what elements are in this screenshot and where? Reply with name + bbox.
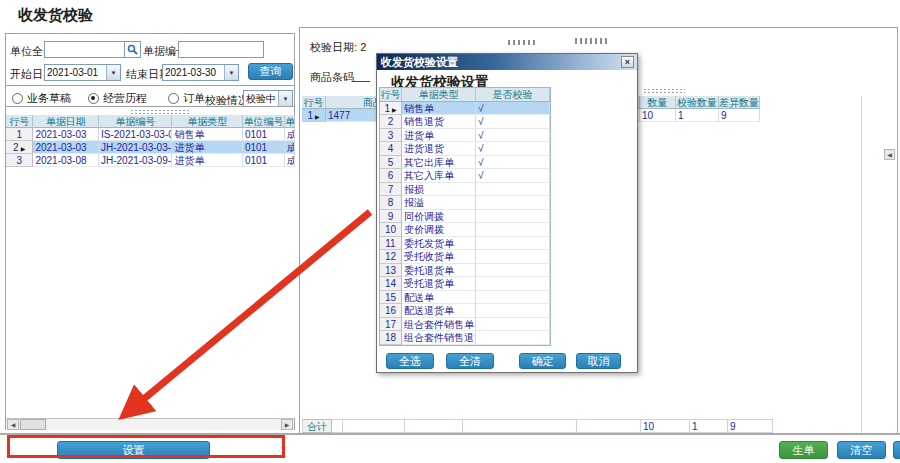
column-grip — [643, 88, 685, 93]
dialog-titlebar[interactable]: 收发货校验设置 × — [377, 54, 637, 70]
totals-row: 合计 10 1 9 — [302, 419, 773, 433]
scroll-left-button[interactable]: ◀ — [7, 419, 19, 430]
check-icon: √ — [478, 116, 484, 127]
row-marker-icon: ▶ — [392, 107, 397, 113]
doc-type-row[interactable]: 2 销售退货 √ — [380, 115, 550, 129]
annotation-box — [7, 435, 285, 458]
barcode-label: 商品条码 — [310, 70, 354, 85]
doc-type-row[interactable]: 12 受托收货单 — [380, 250, 550, 264]
chevron-down-icon[interactable]: ▼ — [278, 91, 292, 106]
column-grip — [130, 109, 190, 114]
col-unit-name[interactable]: 单 — [285, 115, 295, 128]
radio-selected-icon — [88, 93, 99, 104]
chevron-down-icon[interactable]: ▼ — [224, 65, 238, 80]
total-qty: 10 — [641, 419, 690, 433]
col-diff-qty[interactable]: 差异数量 — [719, 96, 760, 109]
total-checked-qty: 1 — [690, 419, 728, 433]
doc-type-row[interactable]: 6 其它入库单 √ — [380, 169, 550, 183]
scrollbar-thumb[interactable] — [20, 419, 46, 430]
radio-icon — [168, 93, 179, 104]
check-icon: √ — [478, 157, 484, 168]
col-doc-type[interactable]: 单据类型 — [402, 88, 476, 102]
app-window: 收发货校验 单位全名 单据编号 开始日期 2021-03-01 ▼ 结束日期 2… — [0, 0, 900, 463]
doc-type-row[interactable]: 16 配送退货单 — [380, 304, 550, 318]
clipped-text-fragment — [575, 38, 609, 44]
check-date-text: 校验日期: 2 — [310, 40, 366, 55]
doc-type-row[interactable]: 7 报损 — [380, 183, 550, 197]
clear-button[interactable]: 清空 — [837, 441, 886, 459]
divider — [5, 85, 295, 86]
cancel-button[interactable]: 取消 — [576, 353, 621, 369]
row-marker-icon: ▶ — [21, 146, 26, 152]
unit-name-input[interactable] — [44, 41, 126, 58]
page-title: 收发货校验 — [18, 6, 93, 25]
col-doc-no[interactable]: 单据编号 — [99, 115, 172, 128]
doc-type-row[interactable]: 11 委托发货单 — [380, 237, 550, 251]
table-row[interactable]: 2▶ 2021-03-03 JH-2021-03-03-00 进货单 0101 … — [6, 141, 295, 154]
select-all-button[interactable]: 全选 — [386, 353, 434, 369]
table-row[interactable]: 1 2021-03-03 IS-2021-03-03-00 销售单 0101 成 — [6, 128, 295, 141]
scroll-right-button[interactable]: ▶ — [281, 419, 293, 430]
documents-table-header: 行号 单据日期 单据编号 单据类型 单位编号 单 — [6, 115, 295, 128]
doc-type-row[interactable]: 10 变价调拨 — [380, 223, 550, 237]
col-verify[interactable]: 是否校验 — [476, 88, 550, 102]
col-unit-no[interactable]: 单位编号 — [243, 115, 285, 128]
doc-type-row[interactable]: 14 受托退货单 — [380, 277, 550, 291]
doc-type-row[interactable]: 17 组合套件销售单 — [380, 318, 550, 332]
doc-type-table: 行号 单据类型 是否校验 1▶ 销售单 √ 2 销售退货 √ — [379, 87, 551, 346]
radio-business-draft[interactable]: 业务草稿 — [12, 91, 71, 106]
col-row-no[interactable]: 行号 — [302, 96, 326, 109]
radio-order[interactable]: 订单 — [168, 91, 205, 106]
scroll-mark[interactable]: ◀ — [884, 149, 895, 160]
documents-table: 行号 单据日期 单据编号 单据类型 单位编号 单 1 2021-03-03 IS… — [6, 115, 295, 418]
check-icon: √ — [478, 130, 484, 141]
end-date-select[interactable]: 2021-03-30 ▼ — [162, 64, 239, 81]
query-button[interactable]: 查询 — [248, 63, 293, 80]
doc-type-row[interactable]: 1▶ 销售单 √ — [380, 102, 550, 116]
clipped-text-fragment — [508, 40, 538, 45]
start-date-select[interactable]: 2021-03-01 ▼ — [44, 64, 121, 81]
row-marker-icon: ▶ — [315, 114, 320, 120]
col-qty[interactable]: 数量 — [640, 96, 676, 109]
doc-type-row[interactable]: 3 进货单 √ — [380, 129, 550, 143]
check-icon: √ — [478, 143, 484, 154]
doc-type-row[interactable]: 4 进货退货 √ — [380, 142, 550, 156]
check-status-select[interactable]: 校验中 ▼ — [243, 90, 293, 107]
col-doc-type[interactable]: 单据类型 — [172, 115, 242, 128]
close-icon[interactable]: × — [621, 56, 634, 68]
table-row[interactable]: 3 2021-03-08 JH-2021-03-09-00 进货单 0101 成 — [6, 154, 295, 167]
generate-doc-button[interactable]: 生单 — [779, 441, 828, 459]
col-row-no[interactable]: 行号 — [6, 115, 33, 128]
doc-type-row[interactable]: 5 其它出库单 √ — [380, 156, 550, 170]
doc-type-row[interactable]: 13 委托退货单 — [380, 264, 550, 278]
doc-type-row[interactable]: 9 同价调拨 — [380, 210, 550, 224]
check-icon: √ — [478, 103, 484, 114]
col-doc-date[interactable]: 单据日期 — [33, 115, 99, 128]
doc-no-input[interactable] — [178, 41, 264, 58]
total-label: 合计 — [302, 419, 332, 433]
total-diff-qty: 9 — [728, 419, 773, 433]
chevron-down-icon[interactable]: ▼ — [106, 65, 120, 80]
col-row-no[interactable]: 行号 — [380, 88, 402, 102]
doc-type-row[interactable]: 8 报溢 — [380, 196, 550, 210]
doc-type-row[interactable]: 15 配送单 — [380, 291, 550, 305]
clear-all-button[interactable]: 全清 — [446, 353, 494, 369]
check-icon: √ — [478, 170, 484, 181]
verify-settings-dialog: 收发货校验设置 × 收发货校验设置 行号 单据类型 是否校验 1▶ 销售单 √ — [376, 53, 638, 373]
search-lookup-button[interactable] — [124, 41, 141, 58]
doc-type-table-header: 行号 单据类型 是否校验 — [380, 88, 550, 102]
divider — [5, 106, 295, 107]
radio-business-history[interactable]: 经营历程 — [88, 91, 147, 106]
ok-button[interactable]: 确定 — [519, 353, 566, 369]
h-scrollbar[interactable] — [6, 418, 294, 430]
grid-right-edge — [861, 96, 862, 433]
search-icon — [127, 41, 138, 59]
doc-type-row[interactable]: 18 组合套件销售退货 — [380, 331, 550, 345]
radio-icon — [12, 93, 23, 104]
barcode-input[interactable] — [352, 81, 370, 82]
col-checked-qty[interactable]: 校验数量 — [676, 96, 719, 109]
clipped-button[interactable] — [893, 441, 900, 459]
